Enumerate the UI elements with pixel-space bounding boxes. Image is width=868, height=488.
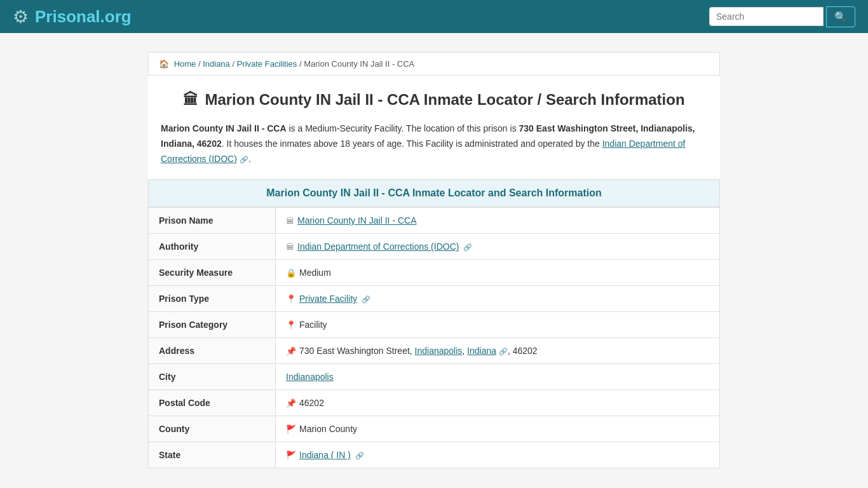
address-state-link[interactable]: Indiana [415, 346, 444, 356]
table-row: CityIndianapolis [149, 364, 720, 390]
address-city-part[interactable]: polis [444, 346, 463, 356]
info-table: Prison Name🏛Marion County IN Jail II - C… [148, 207, 720, 468]
breadcrumb-current: Marion County IN Jail II - CCA [304, 59, 414, 69]
row-label: Prison Category [149, 312, 276, 338]
table-row: Postal Code📌46202 [149, 390, 720, 416]
facility-name-bold: Marion County IN Jail II - CCA [161, 123, 287, 133]
breadcrumb-state[interactable]: Indiana [203, 59, 230, 69]
row-value: 📌730 East Washington Street, Indianapoli… [276, 338, 720, 364]
search-area: 🔍 [709, 6, 855, 27]
logo-text: Prisonal.org [35, 7, 132, 27]
logo-main: Prisonal [35, 7, 100, 26]
table-row: Address📌730 East Washington Street, Indi… [149, 338, 720, 364]
value-text: Medium [299, 268, 331, 278]
cell-icon: 🔒 [286, 268, 296, 278]
row-label: City [149, 364, 276, 390]
ext-link-icon: 🔗 [463, 243, 472, 251]
table-row: State🚩Indiana ( IN ) 🔗 [149, 442, 720, 468]
address-state2-link[interactable]: Indiana [467, 346, 496, 356]
value-link[interactable]: Private Facility [299, 294, 357, 304]
breadcrumb-home[interactable]: Home [174, 59, 196, 69]
cell-icon: 📌 [286, 398, 296, 408]
table-row: Prison Category📍Facility [149, 312, 720, 338]
breadcrumb-category[interactable]: Private Facilities [237, 59, 297, 69]
search-button[interactable]: 🔍 [826, 6, 855, 27]
cell-icon: 🏛 [286, 242, 294, 252]
row-value: 🏛Marion County IN Jail II - CCA [276, 208, 720, 234]
row-value: 📍Facility [276, 312, 720, 338]
table-row: Security Measure🔒Medium [149, 260, 720, 286]
cell-icon: 📌 [286, 346, 296, 356]
value-text: Marion County [299, 424, 357, 434]
row-label: Authority [149, 234, 276, 260]
cell-icon: 🚩 [286, 424, 296, 434]
table-row: Prison Name🏛Marion County IN Jail II - C… [149, 208, 720, 234]
row-value: 🚩Indiana ( IN ) 🔗 [276, 442, 720, 468]
value-link[interactable]: Indianapolis [286, 372, 334, 382]
table-row: Prison Type📍Private Facility 🔗 [149, 286, 720, 312]
cell-icon: 🏛 [286, 216, 294, 226]
row-value: 📍Private Facility 🔗 [276, 286, 720, 312]
table-row: County🚩Marion County [149, 416, 720, 442]
breadcrumb: 🏠 Home / Indiana / Private Facilities / … [148, 52, 720, 76]
address-ext-icon: 🔗 [499, 348, 508, 355]
cell-icon: 🚩 [286, 451, 296, 460]
ext-icon-desc: 🔗 [240, 156, 248, 163]
row-value: 🏛Indian Department of Corrections (IDOC)… [276, 234, 720, 260]
row-label: Security Measure [149, 260, 276, 286]
site-header: ⚙ Prisonal.org 🔍 [0, 0, 868, 33]
cell-icon: 📍 [286, 320, 296, 330]
row-value: Indianapolis [276, 364, 720, 390]
row-label: County [149, 416, 276, 442]
row-value: 🚩Marion County [276, 416, 720, 442]
value-text: 46202 [299, 398, 324, 408]
page-title: 🏛 Marion County IN Jail II - CCA Inmate … [148, 91, 720, 109]
prison-icon: 🏛 [183, 91, 198, 109]
row-value: 📌46202 [276, 390, 720, 416]
description: Marion County IN Jail II - CCA is a Medi… [148, 121, 720, 179]
row-label: Address [149, 338, 276, 364]
ext-link-icon: 🔗 [362, 295, 370, 303]
value-text: Facility [299, 320, 327, 330]
row-label: Prison Type [149, 286, 276, 312]
value-link[interactable]: Indian Department of Corrections (IDOC) [297, 241, 459, 252]
logo-area: ⚙ Prisonal.org [13, 6, 132, 27]
main-content: 🏠 Home / Indiana / Private Facilities / … [148, 52, 720, 468]
row-label: Postal Code [149, 390, 276, 416]
home-icon: 🏠 [159, 59, 169, 69]
section-header: Marion County IN Jail II - CCA Inmate Lo… [148, 179, 720, 207]
cell-icon: 📍 [286, 294, 296, 304]
row-label: Prison Name [149, 208, 276, 234]
value-link[interactable]: Indiana ( IN ) [299, 450, 351, 460]
table-row: Authority🏛Indian Department of Correctio… [149, 234, 720, 260]
row-label: State [149, 442, 276, 468]
value-link[interactable]: Marion County IN Jail II - CCA [297, 215, 417, 226]
ext-link-icon: 🔗 [355, 452, 364, 459]
logo-icon: ⚙ [13, 6, 29, 27]
search-input[interactable] [709, 7, 824, 26]
row-value: 🔒Medium [276, 260, 720, 286]
logo-ext: .org [100, 7, 132, 26]
